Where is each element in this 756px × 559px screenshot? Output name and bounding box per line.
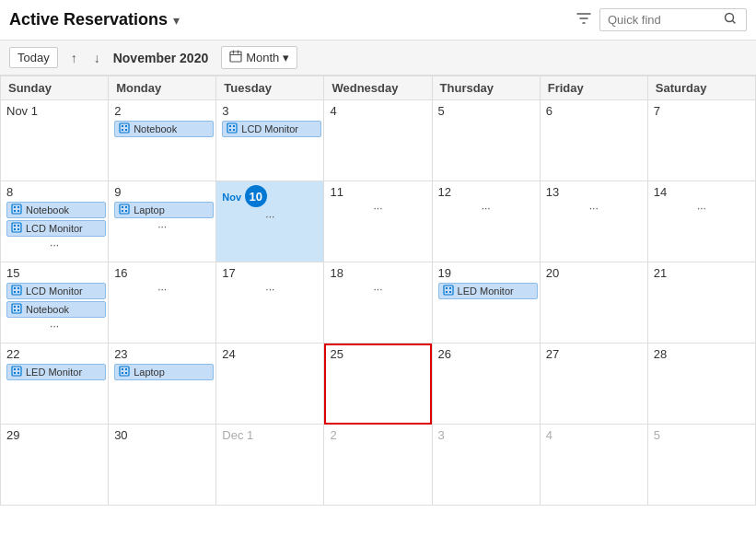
day-number: 3 <box>222 104 318 118</box>
more-items-dots[interactable]: ··· <box>6 239 102 251</box>
calendar-day-cell[interactable]: 29 <box>1 425 109 506</box>
search-input[interactable] <box>608 13 718 27</box>
calendar-day-cell[interactable]: 12··· <box>432 181 540 262</box>
calendar-day-cell[interactable]: 4 <box>540 425 647 506</box>
calendar-day-cell[interactable]: Nov 10··· <box>216 181 324 262</box>
month-year-label: November 2020 <box>113 51 209 65</box>
resource-icon <box>11 303 22 316</box>
filter-icon[interactable] <box>576 10 592 30</box>
more-items-dots[interactable]: ··· <box>654 202 750 215</box>
calendar-day-cell[interactable]: 5 <box>647 425 755 506</box>
more-items-dots[interactable]: ··· <box>222 283 318 296</box>
day-number: 24 <box>222 347 318 361</box>
calendar-day-cell[interactable]: 20 <box>540 262 647 344</box>
reservation-bar[interactable]: Notebook <box>114 121 214 137</box>
more-items-dots[interactable]: ··· <box>114 283 210 296</box>
reservation-bar[interactable]: Laptop <box>114 364 214 380</box>
calendar-day-cell[interactable]: 22LED Monitor <box>1 344 109 425</box>
calendar-day-cell[interactable]: 15LCD MonitorNotebook··· <box>1 262 109 344</box>
weekday-header: Saturday <box>647 76 755 100</box>
reservation-bar[interactable]: Notebook <box>6 301 106 318</box>
calendar-day-cell[interactable]: 2Notebook <box>109 100 216 181</box>
day-number: Nov 1 <box>6 104 102 118</box>
svg-rect-51 <box>125 372 127 374</box>
weekday-header: Sunday <box>1 76 109 100</box>
day-number: 26 <box>438 347 534 361</box>
calendar-day-cell[interactable]: 4 <box>324 100 432 181</box>
calendar-day-cell[interactable]: 27 <box>540 344 647 425</box>
calendar-day-cell[interactable]: Nov 1 <box>1 100 109 181</box>
calendar-day-cell[interactable]: 25 <box>324 344 432 425</box>
calendar-day-cell[interactable]: 3LCD Monitor <box>216 100 324 181</box>
svg-rect-41 <box>449 291 451 293</box>
day-number: 5 <box>654 428 750 442</box>
weekday-header: Wednesday <box>324 76 432 100</box>
calendar-day-cell[interactable]: 2 <box>324 425 432 506</box>
svg-rect-3 <box>122 125 123 127</box>
reservation-bar[interactable]: Notebook <box>6 202 106 218</box>
title-chevron-icon[interactable]: ▾ <box>173 13 180 28</box>
nav-up-arrow[interactable]: ↑ <box>67 48 81 68</box>
more-items-dots[interactable]: ··· <box>222 210 318 223</box>
svg-rect-13 <box>14 206 16 208</box>
day-number: 30 <box>114 428 210 442</box>
calendar-day-cell[interactable]: 6 <box>540 100 647 181</box>
calendar-day-cell[interactable]: 11··· <box>324 181 432 262</box>
calendar-day-cell[interactable]: 23Laptop <box>109 344 216 425</box>
resource-icon <box>11 285 22 297</box>
calendar-day-cell[interactable]: 21 <box>647 262 755 344</box>
calendar-day-cell[interactable]: Dec 1 <box>216 425 324 506</box>
view-selector[interactable]: Month ▾ <box>221 46 297 69</box>
more-items-dots[interactable]: ··· <box>546 202 642 215</box>
calendar-day-cell[interactable]: 18··· <box>324 262 432 344</box>
calendar-day-cell[interactable]: 3 <box>432 425 540 506</box>
today-button[interactable]: Today <box>9 47 58 68</box>
more-items-dots[interactable]: ··· <box>330 202 425 215</box>
calendar-day-cell[interactable]: 19LED Monitor <box>432 262 540 344</box>
calendar-day-cell[interactable]: 13··· <box>540 181 647 262</box>
reservation-bar[interactable]: LED Monitor <box>438 283 538 299</box>
svg-rect-38 <box>446 287 448 289</box>
more-items-dots[interactable]: ··· <box>6 320 102 332</box>
resource-icon <box>11 366 22 378</box>
calendar-day-cell[interactable]: 5 <box>432 100 540 181</box>
more-items-dots[interactable]: ··· <box>114 220 210 233</box>
calendar-day-cell[interactable]: 7 <box>647 100 755 181</box>
more-items-dots[interactable]: ··· <box>330 283 425 296</box>
calendar-day-cell[interactable]: 30 <box>109 425 216 506</box>
day-number: Nov 10 <box>222 185 318 207</box>
reservation-bar[interactable]: LCD Monitor <box>6 283 106 299</box>
svg-rect-49 <box>125 368 127 370</box>
search-icon <box>724 12 737 28</box>
day-number: Dec 1 <box>222 428 318 442</box>
reservation-label: Laptop <box>134 204 209 215</box>
day-number: 21 <box>654 266 750 280</box>
svg-rect-18 <box>14 225 16 227</box>
svg-rect-9 <box>233 125 235 127</box>
svg-rect-31 <box>17 291 19 293</box>
reservation-bar[interactable]: LED Monitor <box>6 364 106 380</box>
calendar-day-cell[interactable]: 26 <box>432 344 540 425</box>
day-number: 23 <box>114 347 210 361</box>
svg-rect-1 <box>230 52 241 62</box>
svg-rect-15 <box>14 210 16 212</box>
calendar-day-cell[interactable]: 16··· <box>109 262 216 344</box>
calendar-day-cell[interactable]: 8NotebookLCD Monitor··· <box>1 181 109 262</box>
resource-icon <box>11 222 22 235</box>
reservation-bar[interactable]: LCD Monitor <box>222 121 321 137</box>
weekday-header: Monday <box>109 76 216 100</box>
header-right <box>576 8 747 31</box>
calendar-day-cell[interactable]: 9Laptop··· <box>109 181 216 262</box>
calendar-day-cell[interactable]: 28 <box>647 344 755 425</box>
reservation-bar[interactable]: Laptop <box>114 202 214 218</box>
svg-rect-23 <box>122 206 123 208</box>
calendar-day-cell[interactable]: 24 <box>216 344 324 425</box>
reservation-label: LED Monitor <box>458 285 533 297</box>
calendar-week-row: Nov 12Notebook3LCD Monitor4567 <box>1 100 756 181</box>
more-items-dots[interactable]: ··· <box>438 202 534 215</box>
calendar-day-cell[interactable]: 17··· <box>216 262 324 344</box>
calendar-day-cell[interactable]: 14··· <box>647 181 755 262</box>
nav-down-arrow[interactable]: ↓ <box>90 48 104 68</box>
svg-rect-30 <box>14 291 16 293</box>
reservation-bar[interactable]: LCD Monitor <box>6 220 106 237</box>
